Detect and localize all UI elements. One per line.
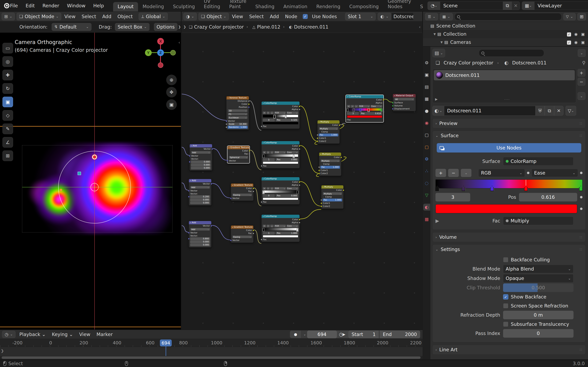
timeline-menu-marker[interactable]: Marker — [93, 331, 116, 338]
in-socket-vector[interactable] — [189, 155, 190, 157]
menu-help[interactable]: Help — [89, 2, 108, 10]
ramp-stop-handle[interactable] — [381, 109, 382, 111]
scene-copy-icon[interactable]: ⧉ — [503, 2, 512, 10]
out-socket-color[interactable] — [339, 124, 340, 126]
node-vector-component[interactable]: 0.200 — [190, 195, 210, 198]
node-colorramp-3[interactable]: ▾ColorRampColorAlpha+−⌄RGB⌄Ease⌄0Pos0.00… — [261, 177, 300, 205]
node-header[interactable]: ▾Multiply — [318, 120, 339, 124]
node-multiply-3[interactable]: ▾MultiplyColorMultiply⌄ClampFac1.000Colo… — [321, 185, 344, 209]
ramp-stop-handle[interactable] — [360, 109, 361, 111]
properties-tab-collection[interactable]: ▢ — [423, 132, 430, 138]
node-colorramp-1[interactable]: ▾ColorRampColorAlpha+−⌄RGB⌄Ease⌄0Pos0.32… — [261, 101, 300, 129]
node-select-spherical[interactable]: Spherical⌄ — [229, 156, 248, 159]
axis-y-neg-ball[interactable] — [170, 50, 176, 55]
in-socket-fac[interactable] — [318, 166, 320, 168]
node-header[interactable]: ▾Multiply — [321, 185, 343, 189]
node-multiply-1[interactable]: ▾MultiplyColorMultiply⌄ClampFac1.000Colo… — [317, 120, 340, 144]
node-index-pos-row[interactable]: 0Pos0.000 — [263, 194, 298, 197]
out-socket-fac[interactable] — [252, 233, 254, 234]
in-socket-color2[interactable] — [317, 141, 318, 142]
workspace-tab-animation[interactable]: Animation — [279, 2, 312, 11]
node-index-pos-row[interactable]: 3Pos0.616 — [347, 112, 382, 115]
ramp-stop-handle[interactable] — [353, 109, 355, 111]
clip-threshold-field[interactable]: 0.500 — [503, 284, 573, 292]
menu-edit[interactable]: Edit — [22, 2, 39, 10]
node-checkbox-clamp[interactable]: Clamp — [323, 196, 342, 198]
workspace-tab-texture-paint[interactable]: Texture Paint — [225, 0, 251, 11]
options-button[interactable]: Options — [154, 23, 177, 31]
expand-arrow-icon[interactable]: ❯ — [178, 25, 181, 29]
out-socket-alpha[interactable] — [299, 184, 300, 186]
properties-tab-texture[interactable]: ▩ — [423, 216, 430, 223]
node-color-swatch[interactable] — [263, 161, 298, 164]
node-header[interactable]: ▾Multiply — [319, 152, 341, 156]
in-socket-color1[interactable] — [318, 170, 320, 171]
transform-orientation-dropdown[interactable]: ⟂Global⌄ — [139, 13, 168, 20]
properties-tab-modifiers[interactable]: ⚙ — [423, 156, 430, 162]
node-canvas[interactable]: ▾Voronoi TextureDistanceColorPosition3D⌄… — [182, 33, 423, 329]
transform-tool[interactable]: ◇ — [2, 110, 13, 121]
out-socket-fac[interactable] — [249, 153, 250, 155]
node-select-multiply[interactable]: Multiply⌄ — [323, 192, 342, 195]
node-color-swatch[interactable] — [263, 198, 298, 200]
out-socket-vector[interactable] — [210, 183, 212, 185]
drag-dropdown[interactable]: Select Box⌄ — [115, 23, 149, 31]
out-socket-vector[interactable] — [210, 225, 212, 227]
node-field-fac[interactable]: Fac1.000 — [320, 166, 340, 169]
properties-tab-particles[interactable]: ∴ — [423, 167, 430, 175]
render-visibility-icon[interactable]: ▣ — [579, 32, 586, 36]
properties-tab-world[interactable]: ◉ — [423, 119, 430, 126]
exclude-checkbox[interactable]: ✓ — [566, 40, 572, 45]
viewlayer-icon[interactable]: ▦ ⌄ — [522, 2, 535, 10]
viewport-menu-view[interactable]: View — [61, 13, 79, 20]
scene-icon[interactable]: ◔ ⌄ — [428, 2, 440, 10]
node-header[interactable]: ▾ColorRamp — [346, 95, 383, 98]
resize-grip[interactable]: ···· — [504, 98, 510, 101]
node-colorramp-5[interactable]: ▾ColorRampColorAlpha+−⌄RGB⌄Ease⌄3Pos0.61… — [346, 95, 384, 123]
new-collection-button[interactable]: ⊞ — [577, 13, 586, 20]
hide-eye-icon[interactable]: ◉ — [572, 40, 579, 44]
viewlayer-name[interactable]: ViewLayer — [535, 2, 588, 10]
fac-expand-icon[interactable]: ▶ — [435, 218, 439, 224]
node-select-multiply[interactable]: Multiply⌄ — [319, 127, 338, 130]
ramp-stop-handle[interactable] — [368, 109, 369, 111]
pass-index-field[interactable]: 0 — [503, 329, 573, 338]
ramp-stop-handle[interactable] — [490, 186, 494, 191]
collapse-arrow-icon[interactable]: ‹ — [178, 40, 180, 45]
workspace-tab-geometry-nodes[interactable]: Geometry Nodes — [383, 0, 416, 11]
keyframe-dot[interactable] — [580, 208, 582, 210]
node-colorramp-4[interactable]: ▾ColorRampColorAlpha+−⌄RGB⌄Ease⌄1Pos1.00… — [261, 215, 300, 242]
properties-tab-material[interactable]: ◐ — [423, 204, 430, 211]
in-socket-volume[interactable] — [392, 105, 394, 107]
workspace-tab-layout[interactable]: Layout — [113, 2, 138, 11]
out-socket-position[interactable] — [248, 106, 250, 108]
node-multiply-2[interactable]: ▾MultiplyColorMultiply⌄ClampFac1.000Colo… — [319, 152, 341, 176]
ramp-stop-handle[interactable] — [285, 115, 286, 118]
node-index-pos-row[interactable]: 0Pos0.325 — [263, 119, 298, 122]
in-socket-fac[interactable] — [320, 199, 322, 201]
preview-panel-header[interactable]: ›Preview∷ — [433, 119, 585, 128]
volume-panel-header[interactable]: ›Volume∷ — [433, 233, 585, 242]
outliner-row-cameras[interactable]: ▼▤Cameras✓◉▣ — [423, 38, 588, 46]
ramp-stop-handle[interactable] — [297, 191, 298, 194]
playhead[interactable] — [165, 346, 166, 356]
breadcrumb-mesh[interactable]: Plane.012 — [257, 24, 280, 30]
out-socket-alpha[interactable] — [383, 102, 384, 104]
ramp-stop-handle[interactable] — [274, 115, 275, 118]
in-socket-randomn[interactable] — [226, 126, 227, 128]
ramp-stop-handle[interactable] — [293, 155, 294, 158]
node-colorramp-2[interactable]: ▾ColorRampColorAlpha+−⌄RGB⌄Ease⌄1Pos0.88… — [261, 141, 300, 168]
outliner-filter-button[interactable]: ▽⌄ — [563, 13, 576, 20]
unlink-material-icon[interactable]: ✕ — [554, 106, 563, 116]
scene-name[interactable]: Scene — [440, 2, 503, 10]
out-socket-color[interactable] — [248, 103, 250, 105]
node-header[interactable]: ▾ColorRamp — [261, 141, 300, 144]
expand-channels-icon[interactable]: ❯ — [1, 349, 4, 353]
cursor-tool[interactable]: ◎ — [2, 56, 13, 67]
measure-tool[interactable]: ∠ — [2, 137, 13, 148]
add-slot-button[interactable]: + — [578, 69, 585, 77]
viewport-menu-object[interactable]: Object — [114, 13, 136, 20]
node-gradient-texture-1[interactable]: ▾Gradient TextureColorFacSpherical⌄Vecto… — [227, 146, 250, 164]
workspace-tab-shading[interactable]: Shading — [251, 2, 279, 11]
node-material-output[interactable]: ▾Material OutputAll⌄SurfaceVolumeDisplac… — [393, 94, 416, 111]
